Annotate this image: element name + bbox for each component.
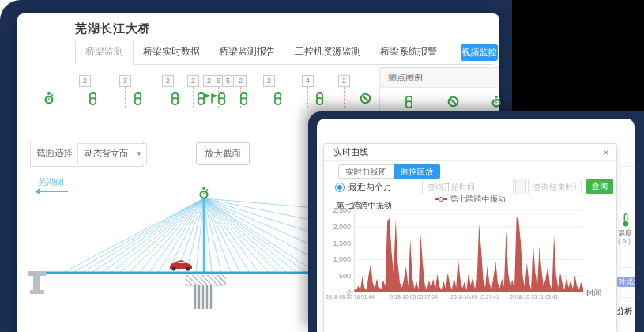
- stopwatch-icon[interactable]: [43, 92, 55, 105]
- chevron-down-icon: ▼: [136, 144, 142, 164]
- legend-line-marker: [435, 198, 447, 200]
- sensor-count-badge: 2: [187, 75, 199, 87]
- x-axis-tick: 2018-10-09 15:27:41: [446, 294, 503, 300]
- stopwatch-icon: [198, 187, 209, 200]
- chain-icon[interactable]: [314, 92, 326, 105]
- sensor-count-badge: 2: [235, 75, 247, 87]
- sensor-count-badge: 2: [162, 75, 174, 87]
- y-axis-tick: 2,000: [324, 223, 351, 231]
- recent-two-months-radio[interactable]: [335, 183, 345, 192]
- partial-text: 分析: [617, 307, 632, 317]
- left-pier-base: [30, 290, 44, 294]
- dialog-page: 实时曲线 × 实时曲线图 监控回放 最近两个月 - 查询 第七跨跨中振动 第七跨…: [317, 119, 635, 332]
- x-axis-tick: 2018-10-05 05:17:54: [385, 294, 442, 300]
- recent-two-months-label: 最近两个月: [348, 181, 392, 193]
- sensor-count-badge: 4: [302, 75, 314, 87]
- x-axis-name: 时间: [586, 289, 601, 299]
- y-axis-tick: 1,500: [324, 240, 351, 247]
- sensor-dashed-line: [85, 87, 85, 108]
- tab-monitor-playback[interactable]: 监控回放: [394, 164, 440, 179]
- sensor-count-badge: 2: [79, 75, 91, 87]
- underlying-page-sliver: 温度 ( 9 ) 对比分析 分析: [616, 119, 635, 332]
- left-pier-stem: [33, 276, 40, 290]
- sensor-dashed-line: [307, 87, 308, 108]
- sensor-dashed-line: [168, 87, 168, 108]
- screenshot-stage: 芜湖长江大桥 桥梁监测 桥梁实时数据 桥梁监测报告 工控机资源监测 桥梁系统报警…: [0, 0, 644, 332]
- y-axis-tick: 500: [324, 272, 351, 280]
- compare-analysis-button[interactable]: 对比分析: [617, 277, 635, 287]
- ban-icon: [447, 96, 459, 109]
- sensor-dashed-line: [269, 87, 269, 108]
- sensor-dashed-line: [193, 87, 194, 108]
- tab-realtime-data[interactable]: 桥梁实时数据: [134, 40, 209, 64]
- query-end-time-input[interactable]: [528, 179, 582, 194]
- chain-icon[interactable]: [273, 92, 284, 105]
- x-axis-tick: 2018-10-15 11:03:41: [506, 294, 563, 300]
- video-monitor-button[interactable]: 视频监控: [461, 44, 498, 61]
- dialog-tab-bar: 实时曲线图 监控回放: [338, 164, 440, 179]
- chain-icon[interactable]: [133, 92, 144, 105]
- tab-bridge-monitor[interactable]: 桥梁监测: [75, 40, 134, 65]
- page-title: 芜湖长江大桥: [75, 21, 151, 36]
- close-icon[interactable]: ×: [603, 145, 609, 160]
- temperature-count: ( 9 ): [618, 237, 631, 245]
- tab-realtime-curve[interactable]: 实时曲线图: [338, 164, 394, 179]
- chain-icon[interactable]: [170, 92, 181, 105]
- chain-icon[interactable]: [217, 92, 228, 105]
- enlarge-section-button[interactable]: 放大截面: [196, 142, 250, 165]
- stopwatch-icon: [491, 96, 503, 109]
- tab-ipc-resource[interactable]: 工控机资源监测: [285, 40, 371, 64]
- tab-system-alarm[interactable]: 桥梁系统报警: [371, 40, 446, 64]
- legend-label: 第七跨跨中振动: [450, 194, 506, 205]
- realtime-curve-dialog: 实时曲线 × 实时曲线图 监控回放 最近两个月 - 查询 第七跨跨中振动 第七跨…: [323, 143, 617, 332]
- sensor-count-badge: 2: [338, 75, 350, 87]
- chain-icon[interactable]: [239, 92, 250, 105]
- main-tab-bar: 桥梁监测 桥梁实时数据 桥梁监测报告 工控机资源监测 桥梁系统报警: [75, 43, 493, 65]
- section-select-dropdown[interactable]: 动态背立面 ▼: [77, 143, 147, 164]
- sensor-count-badge: 2: [263, 75, 275, 87]
- black-region: [512, 0, 644, 116]
- section-select-label: 截面选择：: [36, 147, 82, 159]
- dialog-title: 实时曲线: [324, 144, 616, 161]
- sensor-dashed-line: [228, 87, 228, 108]
- query-button[interactable]: 查询: [586, 179, 613, 194]
- sensor-dashed-line: [125, 87, 126, 108]
- date-range-separator: -: [515, 179, 526, 194]
- dialog-card: 实时曲线 × 实时曲线图 监控回放 最近两个月 - 查询 第七跨跨中振动 第七跨…: [308, 111, 644, 332]
- query-start-time-input[interactable]: [422, 179, 514, 194]
- y-axis-tick: 2,500: [324, 206, 351, 214]
- thermometer-icon: [621, 213, 631, 227]
- x-axis-tick: 2018-09-30 16:01:44: [322, 294, 378, 300]
- sensor-count-badge: 5: [222, 75, 234, 87]
- sensor-count-badge: 3: [119, 75, 131, 87]
- tower-pier-cap: [186, 275, 226, 286]
- car-image: [168, 258, 194, 272]
- vibration-chart: [354, 210, 583, 292]
- chain-icon: [404, 96, 416, 109]
- legend-panel-title: 测点图例: [380, 68, 499, 88]
- y-axis-tick: 1,000: [324, 255, 351, 263]
- chain-icon[interactable]: [88, 92, 99, 105]
- ban-icon[interactable]: [360, 92, 371, 105]
- sensor-dashed-line: [344, 87, 345, 108]
- tab-monitor-report[interactable]: 桥梁监测报告: [209, 40, 285, 64]
- tower-pier: [194, 285, 213, 309]
- section-select-value: 动态背立面: [85, 149, 128, 158]
